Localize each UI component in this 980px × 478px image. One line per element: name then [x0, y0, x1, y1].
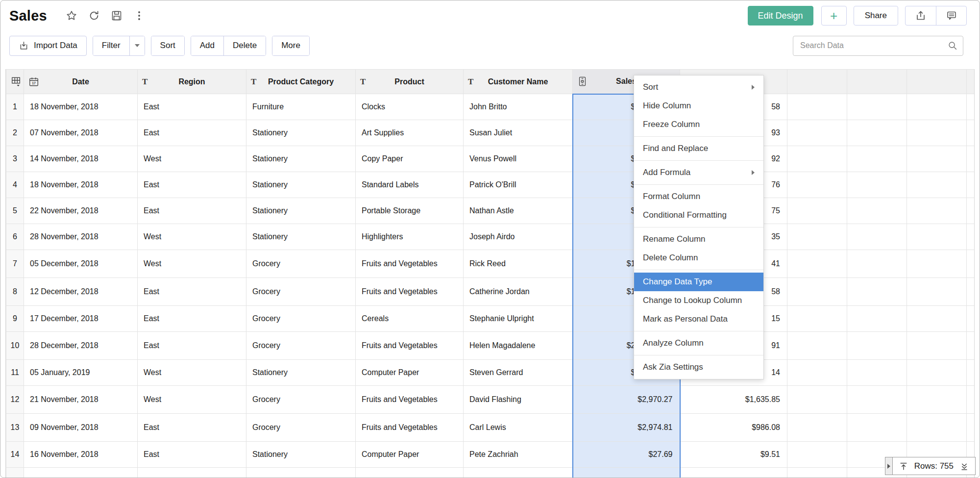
- cell-customer[interactable]: Carl Lewis: [464, 414, 573, 442]
- cell-empty[interactable]: [787, 94, 847, 120]
- cell-category[interactable]: Grocery: [246, 414, 356, 442]
- cell-empty[interactable]: [967, 386, 975, 414]
- cell-customer[interactable]: Patrick O'Brill: [464, 172, 573, 198]
- cell-date[interactable]: 07 November, 2018: [24, 120, 138, 146]
- cell-empty[interactable]: [573, 468, 680, 478]
- cell-sales[interactable]: $2,970.27: [573, 386, 680, 414]
- menu-item-delete-column[interactable]: Delete Column: [634, 249, 763, 267]
- cell-empty[interactable]: [967, 94, 975, 120]
- cell-category[interactable]: Grocery: [246, 278, 356, 306]
- delete-button[interactable]: Delete: [223, 36, 266, 55]
- row-number-cell[interactable]: 7: [6, 250, 24, 278]
- cell-empty[interactable]: [787, 468, 847, 478]
- menu-item-ask-zia-settings[interactable]: Ask Zia Settings: [634, 358, 763, 377]
- cell-category[interactable]: Stationery: [246, 442, 356, 468]
- cell-category[interactable]: Stationery: [246, 360, 356, 386]
- cell-empty[interactable]: [847, 146, 907, 172]
- cell-date[interactable]: 28 November, 2018: [24, 224, 138, 250]
- cell-product[interactable]: Computer Paper: [356, 360, 464, 386]
- column-header-date[interactable]: 17Date: [24, 70, 138, 94]
- cell-empty[interactable]: [787, 120, 847, 146]
- menu-item-sort[interactable]: Sort: [634, 78, 763, 97]
- cell-product[interactable]: Fruits and Vegetables: [356, 278, 464, 306]
- menu-item-conditional-formatting[interactable]: Conditional Formatting: [634, 206, 763, 225]
- cell-empty[interactable]: [6, 468, 24, 478]
- add-new-button[interactable]: +: [821, 6, 847, 25]
- cell-date[interactable]: 05 January, 2019: [24, 360, 138, 386]
- cell-empty[interactable]: [787, 278, 847, 306]
- column-header-blank[interactable]: [907, 70, 967, 94]
- cell-region[interactable]: East: [138, 172, 246, 198]
- cell-empty[interactable]: [907, 224, 967, 250]
- cell-date[interactable]: 14 November, 2018: [24, 146, 138, 172]
- column-header-customer-name[interactable]: TCustomer Name: [464, 70, 573, 94]
- add-button[interactable]: Add: [191, 36, 223, 55]
- favorite-star-icon[interactable]: [66, 10, 77, 22]
- column-header-blank[interactable]: [6, 70, 24, 94]
- cell-empty[interactable]: [787, 172, 847, 198]
- cell-empty[interactable]: [967, 224, 975, 250]
- menu-item-find-and-replace[interactable]: Find and Replace: [634, 139, 763, 158]
- cell-empty[interactable]: [787, 414, 847, 442]
- cell-empty[interactable]: [967, 172, 975, 198]
- cell-date[interactable]: 21 November, 2018: [24, 386, 138, 414]
- cell-product[interactable]: Cereals: [356, 306, 464, 332]
- cell-empty[interactable]: [967, 306, 975, 332]
- cell-empty[interactable]: [907, 250, 967, 278]
- cell-empty[interactable]: [356, 468, 464, 478]
- export-icon[interactable]: [906, 6, 936, 25]
- cell-customer[interactable]: Joseph Airdo: [464, 224, 573, 250]
- cell-date[interactable]: 18 November, 2018: [24, 172, 138, 198]
- menu-item-format-column[interactable]: Format Column: [634, 187, 763, 206]
- menu-item-freeze-column[interactable]: Freeze Column: [634, 115, 763, 134]
- cell-date[interactable]: 17 December, 2018: [24, 306, 138, 332]
- cell-region[interactable]: East: [138, 332, 246, 360]
- cell-product[interactable]: Standard Labels: [356, 172, 464, 198]
- row-number-cell[interactable]: 14: [6, 442, 24, 468]
- cell-product[interactable]: Copy Paper: [356, 146, 464, 172]
- cell-empty[interactable]: [907, 278, 967, 306]
- cell-empty[interactable]: [967, 250, 975, 278]
- cell-empty[interactable]: [847, 360, 907, 386]
- cell-date[interactable]: 09 November, 2018: [24, 414, 138, 442]
- column-header-product[interactable]: TProduct: [356, 70, 464, 94]
- menu-item-hide-column[interactable]: Hide Column: [634, 97, 763, 115]
- cell-region[interactable]: East: [138, 120, 246, 146]
- cell-category[interactable]: Stationery: [246, 198, 356, 224]
- cell-customer[interactable]: Helen Magadalene: [464, 332, 573, 360]
- cell-empty[interactable]: [907, 306, 967, 332]
- cell-empty[interactable]: [246, 468, 356, 478]
- more-options-kebab-icon[interactable]: [133, 10, 145, 22]
- menu-item-change-to-lookup-column[interactable]: Change to Lookup Column: [634, 291, 763, 310]
- cell-customer[interactable]: Rick Reed: [464, 250, 573, 278]
- cell-region[interactable]: West: [138, 146, 246, 172]
- row-number-cell[interactable]: 2: [6, 120, 24, 146]
- cell-empty[interactable]: [787, 198, 847, 224]
- cell-cost[interactable]: $986.08: [680, 414, 787, 442]
- cell-category[interactable]: Furniture: [246, 94, 356, 120]
- row-number-cell[interactable]: 1: [6, 94, 24, 120]
- cell-cost[interactable]: $9.51: [680, 442, 787, 468]
- cell-category[interactable]: Stationery: [246, 224, 356, 250]
- column-header-region[interactable]: TRegion: [138, 70, 246, 94]
- cell-empty[interactable]: [464, 468, 573, 478]
- menu-item-analyze-column[interactable]: Analyze Column: [634, 334, 763, 352]
- row-number-cell[interactable]: 5: [6, 198, 24, 224]
- cell-cost[interactable]: $1,635.85: [680, 386, 787, 414]
- cell-empty[interactable]: [787, 386, 847, 414]
- cell-empty[interactable]: [907, 198, 967, 224]
- cell-empty[interactable]: [847, 386, 907, 414]
- cell-product[interactable]: Computer Paper: [356, 442, 464, 468]
- menu-item-rename-column[interactable]: Rename Column: [634, 230, 763, 249]
- row-number-cell[interactable]: 3: [6, 146, 24, 172]
- share-button[interactable]: Share: [854, 6, 898, 25]
- menu-item-mark-as-personal-data[interactable]: Mark as Personal Data: [634, 310, 763, 328]
- column-header-blank[interactable]: [847, 70, 907, 94]
- cell-product[interactable]: Highlighters: [356, 224, 464, 250]
- cell-region[interactable]: East: [138, 278, 246, 306]
- cell-empty[interactable]: [967, 332, 975, 360]
- row-number-cell[interactable]: 8: [6, 278, 24, 306]
- cell-empty[interactable]: [787, 224, 847, 250]
- cell-customer[interactable]: Nathan Astle: [464, 198, 573, 224]
- cell-customer[interactable]: Steven Gerrard: [464, 360, 573, 386]
